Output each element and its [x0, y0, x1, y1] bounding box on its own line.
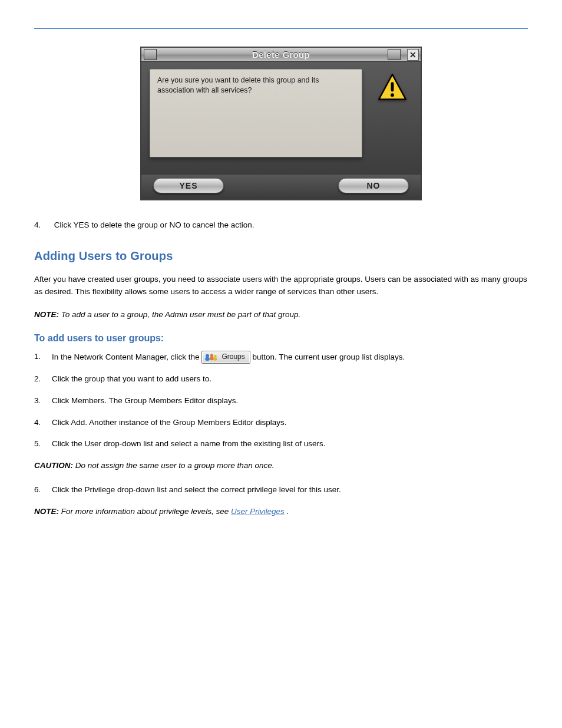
- svg-rect-8: [214, 357, 217, 360]
- note-text-after: .: [286, 507, 289, 516]
- no-button[interactable]: NO: [338, 178, 409, 193]
- step-6: 6. Click the Privilege drop-down list an…: [34, 484, 528, 496]
- titlebar-ornament-left: [144, 49, 157, 60]
- dialog-title: Delete Group: [252, 50, 310, 60]
- warning-icon: [372, 69, 412, 170]
- subsection-heading: To add users to user groups:: [34, 333, 528, 344]
- step-3: 3. Click Members. The Group Members Edit…: [34, 395, 528, 407]
- step-number: 1.: [34, 351, 52, 364]
- step-2: 2. Click the group that you want to add …: [34, 373, 528, 386]
- post-dialog-step: 4. Click YES to delete the group or NO t…: [34, 219, 528, 232]
- close-button[interactable]: ✕: [407, 49, 419, 61]
- note-text-before: For more information about privilege lev…: [61, 507, 231, 516]
- section-intro: After you have created user groups, you …: [34, 274, 528, 298]
- close-icon: ✕: [409, 50, 416, 60]
- caution-block: CAUTION: Do not assign the same user to …: [34, 460, 528, 472]
- note-label: NOTE:: [34, 507, 59, 516]
- header-rule: [34, 28, 528, 29]
- svg-point-2: [391, 93, 394, 97]
- section-heading: Adding Users to Groups: [34, 249, 528, 263]
- step-1: 1. In the Network Content Manager, click…: [34, 351, 528, 364]
- svg-point-3: [206, 354, 209, 357]
- step-number: 5.: [34, 438, 52, 450]
- step-number: 2.: [34, 373, 52, 386]
- step-text-after: button. The current user group list disp…: [253, 352, 405, 361]
- note-text: To add a user to a group, the Admin user…: [61, 310, 301, 319]
- dialog-message: Are you sure you want to delete this gro…: [150, 69, 362, 157]
- step-number: 3.: [34, 395, 52, 407]
- titlebar-ornament-right: [388, 49, 401, 60]
- caution-label: CAUTION:: [34, 461, 73, 470]
- step-number: 4.: [34, 219, 52, 232]
- note-label: NOTE:: [34, 310, 59, 319]
- step-text-before: In the Network Content Manager, click th…: [52, 352, 201, 361]
- caution-text: Do not assign the same user to a group m…: [75, 461, 275, 470]
- yes-button-label: YES: [179, 182, 197, 190]
- step-5: 5. Click the User drop-down list and sel…: [34, 438, 528, 450]
- step-text: Click the User drop-down list and select…: [52, 438, 528, 450]
- svg-point-5: [210, 354, 213, 357]
- svg-rect-6: [210, 357, 214, 360]
- yes-button[interactable]: YES: [153, 178, 224, 193]
- step-text: Click YES to delete the group or NO to c…: [54, 220, 254, 229]
- dialog-titlebar: Delete Group ✕: [140, 47, 422, 62]
- step-text: Click the Privilege drop-down list and s…: [52, 484, 528, 496]
- note-block: NOTE: To add a user to a group, the Admi…: [34, 309, 528, 321]
- user-privileges-link[interactable]: User Privileges: [231, 507, 285, 516]
- note-block-2: NOTE: For more information about privile…: [34, 506, 528, 518]
- svg-rect-4: [206, 357, 210, 361]
- step-4: 4. Click Add. Another instance of the Gr…: [34, 417, 528, 429]
- step-text: Click Members. The Group Members Editor …: [52, 395, 528, 407]
- dialog-button-row: YES NO: [140, 174, 422, 200]
- svg-rect-1: [391, 82, 394, 91]
- groups-icon: [204, 353, 218, 362]
- no-button-label: NO: [367, 182, 381, 190]
- step-number: 6.: [34, 484, 52, 496]
- step-text: Click the group that you want to add use…: [52, 373, 528, 386]
- delete-group-dialog: Delete Group ✕ Are you sure you want to …: [140, 47, 422, 200]
- groups-button-label: Groups: [222, 351, 244, 363]
- groups-button[interactable]: Groups: [201, 351, 250, 364]
- step-text: Click Add. Another instance of the Group…: [52, 417, 528, 429]
- step-number: 4.: [34, 417, 52, 429]
- svg-point-7: [214, 355, 217, 358]
